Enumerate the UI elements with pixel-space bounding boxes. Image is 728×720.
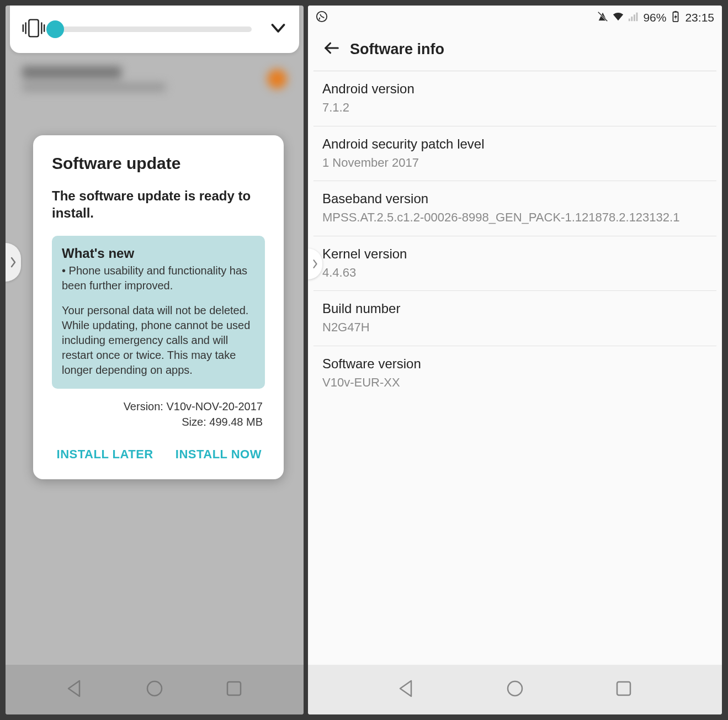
size-line: Size: 499.48 MB: [52, 414, 263, 430]
whats-new-box: What's new • Phone usability and functio…: [52, 236, 265, 389]
svg-point-20: [508, 681, 522, 696]
svg-rect-14: [636, 12, 638, 21]
svg-rect-0: [29, 20, 38, 37]
svg-rect-16: [675, 10, 677, 12]
svg-rect-7: [227, 682, 241, 695]
software-update-dialog: Software update The software update is r…: [33, 135, 284, 479]
page-header: Software info: [313, 30, 716, 71]
dialog-title: Software update: [52, 154, 265, 173]
nav-home-icon[interactable]: [505, 679, 525, 701]
row-value: V10v-EUR-XX: [322, 375, 708, 391]
phone-left: Software update The software update is r…: [6, 6, 304, 714]
svg-rect-13: [634, 14, 635, 21]
whats-new-note: Your personal data will not be deleted. …: [62, 303, 255, 378]
status-time: 23:15: [685, 11, 714, 24]
volume-slider-thumb[interactable]: [46, 20, 64, 38]
nav-bar: [308, 665, 722, 714]
row-value: MPSS.AT.2.5.c1.2-00026-8998_GEN_PACK-1.1…: [322, 210, 708, 226]
volume-panel: [10, 6, 299, 53]
wifi-icon: [612, 10, 624, 25]
nav-recents-icon[interactable]: [614, 679, 634, 701]
row-kernel[interactable]: Kernel version 4.4.63: [313, 236, 716, 292]
mute-icon: [597, 10, 609, 25]
svg-rect-11: [629, 18, 630, 21]
version-line: Version: V10v-NOV-20-2017: [52, 399, 263, 414]
svg-marker-17: [674, 14, 678, 20]
status-bar: 96% 23:15: [308, 6, 722, 30]
row-value: N2G47H: [322, 320, 708, 336]
row-build[interactable]: Build number N2G47H: [313, 291, 716, 346]
background-blur: [6, 50, 304, 138]
back-icon[interactable]: [323, 40, 340, 59]
row-baseband[interactable]: Baseband version MPSS.AT.2.5.c1.2-00026-…: [313, 181, 716, 236]
nav-home-icon[interactable]: [145, 679, 164, 701]
nav-back-icon[interactable]: [65, 679, 85, 701]
row-value: 1 November 2017: [322, 155, 708, 171]
edge-back-tab[interactable]: [6, 243, 21, 282]
phone-right: 96% 23:15 Software info Android version …: [308, 6, 722, 714]
row-title: Baseband version: [322, 191, 708, 207]
row-security-patch[interactable]: Android security patch level 1 November …: [313, 126, 716, 182]
row-title: Software version: [322, 356, 708, 372]
chevron-down-icon[interactable]: [268, 18, 288, 40]
volume-slider[interactable]: [56, 27, 252, 32]
row-title: Android security patch level: [322, 136, 708, 152]
whats-new-bullet: • Phone usability and functionality has …: [62, 263, 255, 293]
svg-marker-19: [400, 681, 411, 696]
install-now-button[interactable]: INSTALL NOW: [176, 447, 262, 462]
nav-bar: [6, 665, 304, 714]
row-title: Kernel version: [322, 246, 708, 262]
whatsapp-icon: [316, 10, 328, 25]
row-value: 7.1.2: [322, 100, 708, 116]
row-sw-version[interactable]: Software version V10v-EUR-XX: [313, 346, 716, 401]
signal-icon: [628, 10, 640, 25]
svg-rect-12: [631, 17, 633, 21]
svg-rect-21: [617, 682, 630, 695]
row-android-version[interactable]: Android version 7.1.2: [313, 71, 716, 126]
svg-point-6: [147, 681, 162, 696]
row-title: Build number: [322, 301, 708, 316]
svg-marker-5: [68, 681, 79, 696]
nav-recents-icon[interactable]: [224, 679, 244, 701]
install-later-button[interactable]: INSTALL LATER: [57, 447, 153, 462]
row-title: Android version: [322, 81, 708, 97]
page-title: Software info: [350, 41, 444, 58]
settings-list: Android version 7.1.2 Android security p…: [308, 71, 722, 401]
whats-new-heading: What's new: [62, 246, 255, 261]
battery-percent: 96%: [643, 11, 666, 24]
nav-back-icon[interactable]: [397, 679, 417, 701]
battery-charging-icon: [669, 10, 682, 25]
row-value: 4.4.63: [322, 265, 708, 281]
dialog-subtitle: The software update is ready to install.: [52, 187, 265, 221]
